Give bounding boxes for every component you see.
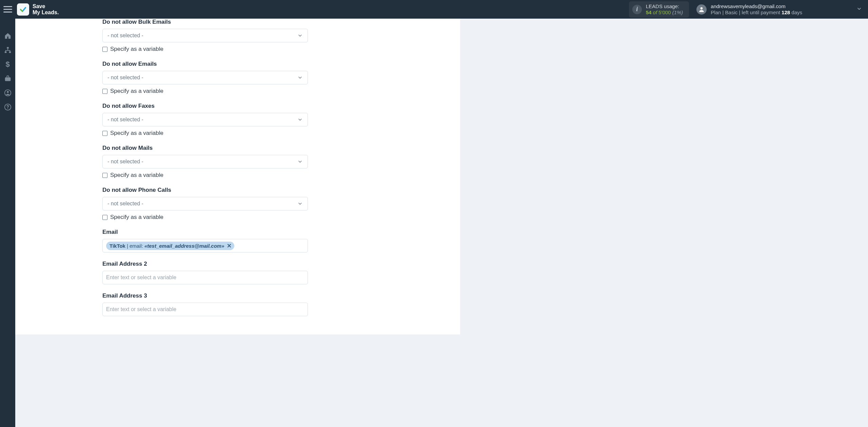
chevron-down-icon bbox=[297, 33, 303, 38]
field-email-2: Email Address 2 Enter text or select a v… bbox=[102, 261, 460, 284]
plan-days-word: days bbox=[791, 9, 802, 15]
email-3-input[interactable]: Enter text or select a variable bbox=[102, 303, 308, 316]
leads-usage-current: 54 bbox=[646, 9, 652, 15]
chevron-down-icon bbox=[856, 6, 862, 12]
chevron-down-icon bbox=[297, 201, 303, 206]
leads-usage-percent: (1%) bbox=[672, 9, 683, 15]
field-email: Email TikTok | email: «test_email_addres… bbox=[102, 229, 460, 252]
person-circle-icon bbox=[4, 89, 12, 97]
close-icon bbox=[228, 244, 231, 247]
checkbox-label: Specify as a variable bbox=[110, 172, 163, 179]
sidebar-item-connections[interactable] bbox=[0, 43, 15, 57]
leads-usage-values: 54 of 5'000 (1%) bbox=[646, 9, 683, 16]
logo-text: Save My Leads. bbox=[33, 3, 59, 15]
checkbox-label: Specify as a variable bbox=[110, 214, 163, 221]
svg-point-8 bbox=[7, 108, 8, 109]
chip-remove-button[interactable] bbox=[228, 243, 231, 248]
hamburger-bar-icon bbox=[3, 6, 12, 7]
svg-rect-4 bbox=[5, 77, 11, 81]
mails-select[interactable]: - not selected - bbox=[102, 155, 308, 168]
plan-prefix: Plan | bbox=[711, 9, 724, 15]
field-label: Do not allow Faxes bbox=[102, 103, 460, 109]
mails-variable-row: Specify as a variable bbox=[102, 172, 460, 179]
field-label: Do not allow Bulk Emails bbox=[102, 19, 460, 25]
email-2-input[interactable]: Enter text or select a variable bbox=[102, 271, 308, 284]
account-menu[interactable]: andrewsavemyleads@gmail.com Plan | Basic… bbox=[696, 3, 802, 16]
chip-field: email: bbox=[130, 243, 143, 249]
app-logo[interactable]: Save My Leads. bbox=[17, 3, 59, 16]
email-input[interactable]: TikTok | email: «test_email_address@mail… bbox=[102, 239, 308, 252]
checkbox-label: Specify as a variable bbox=[110, 130, 163, 137]
field-mails: Do not allow Mails - not selected - Spec… bbox=[102, 145, 460, 179]
field-faxes: Do not allow Faxes - not selected - Spec… bbox=[102, 103, 460, 137]
field-label: Do not allow Mails bbox=[102, 145, 460, 151]
sidebar-item-help[interactable] bbox=[0, 100, 15, 114]
phone-calls-variable-checkbox[interactable] bbox=[102, 215, 107, 220]
bulk-emails-variable-row: Specify as a variable bbox=[102, 46, 460, 53]
select-value: - not selected - bbox=[107, 75, 143, 81]
hamburger-bar-icon bbox=[3, 12, 12, 13]
field-emails: Do not allow Emails - not selected - Spe… bbox=[102, 61, 460, 95]
faxes-variable-checkbox[interactable] bbox=[102, 131, 107, 136]
sidebar-item-home[interactable] bbox=[0, 29, 15, 43]
phone-calls-variable-row: Specify as a variable bbox=[102, 214, 460, 221]
emails-variable-row: Specify as a variable bbox=[102, 88, 460, 95]
dollar-icon: $ bbox=[5, 60, 9, 69]
account-plan: Plan | Basic | left until payment 128 da… bbox=[711, 9, 802, 16]
field-label: Do not allow Emails bbox=[102, 61, 460, 67]
leads-usage-text: LEADS usage: 54 of 5'000 (1%) bbox=[646, 3, 683, 16]
sidebar-item-profile[interactable] bbox=[0, 86, 15, 100]
checkbox-label: Specify as a variable bbox=[110, 88, 163, 95]
app-sidebar: $ bbox=[0, 19, 15, 427]
svg-rect-3 bbox=[9, 52, 11, 53]
bulk-emails-select[interactable]: - not selected - bbox=[102, 29, 308, 42]
chevron-down-icon bbox=[297, 159, 303, 164]
leads-usage-label: LEADS usage: bbox=[646, 3, 683, 9]
chip-value: «test_email_address@mail.com» bbox=[144, 243, 224, 249]
field-label: Email Address 2 bbox=[102, 261, 460, 267]
mails-variable-checkbox[interactable] bbox=[102, 173, 107, 178]
field-label: Do not allow Phone Calls bbox=[102, 187, 460, 194]
menu-toggle-button[interactable] bbox=[3, 5, 12, 14]
leads-usage-of: of bbox=[653, 9, 657, 15]
faxes-select[interactable]: - not selected - bbox=[102, 113, 308, 126]
checkmark-icon bbox=[19, 6, 27, 13]
header-dropdown-button[interactable] bbox=[856, 6, 862, 13]
field-phone-calls: Do not allow Phone Calls - not selected … bbox=[102, 187, 460, 221]
svg-rect-1 bbox=[7, 47, 9, 49]
field-bulk-emails: Do not allow Bulk Emails - not selected … bbox=[102, 19, 460, 53]
field-label: Email bbox=[102, 229, 460, 236]
sitemap-icon bbox=[4, 46, 12, 54]
app-header: Save My Leads. i LEADS usage: 54 of 5'00… bbox=[0, 0, 868, 19]
select-value: - not selected - bbox=[107, 159, 143, 165]
leads-usage-panel[interactable]: i LEADS usage: 54 of 5'000 (1%) bbox=[629, 1, 689, 18]
variable-chip: TikTok | email: «test_email_address@mail… bbox=[106, 242, 234, 250]
svg-rect-2 bbox=[4, 52, 6, 53]
select-value: - not selected - bbox=[107, 33, 143, 39]
sidebar-item-work[interactable] bbox=[0, 72, 15, 86]
avatar bbox=[696, 4, 707, 15]
select-value: - not selected - bbox=[107, 117, 143, 123]
logo-line1: Save bbox=[33, 3, 45, 9]
hamburger-bar-icon bbox=[3, 9, 12, 10]
field-email-3: Email Address 3 Enter text or select a v… bbox=[102, 292, 460, 316]
svg-point-0 bbox=[701, 7, 703, 9]
form-panel: Do not allow Bulk Emails - not selected … bbox=[15, 19, 460, 334]
chevron-down-icon bbox=[297, 75, 303, 80]
chip-source: TikTok bbox=[110, 243, 125, 249]
home-icon bbox=[4, 32, 12, 40]
select-value: - not selected - bbox=[107, 201, 143, 207]
chevron-down-icon bbox=[297, 117, 303, 122]
svg-point-6 bbox=[7, 91, 9, 93]
input-placeholder: Enter text or select a variable bbox=[106, 274, 176, 281]
question-circle-icon bbox=[4, 103, 12, 111]
bulk-emails-variable-checkbox[interactable] bbox=[102, 47, 107, 52]
person-icon bbox=[698, 6, 705, 13]
sidebar-item-billing[interactable]: $ bbox=[0, 57, 15, 72]
plan-name: Basic bbox=[725, 9, 738, 15]
emails-variable-checkbox[interactable] bbox=[102, 89, 107, 94]
emails-select[interactable]: - not selected - bbox=[102, 71, 308, 84]
phone-calls-select[interactable]: - not selected - bbox=[102, 197, 308, 210]
checkbox-label: Specify as a variable bbox=[110, 46, 163, 53]
logo-line2: My Leads. bbox=[33, 9, 59, 15]
